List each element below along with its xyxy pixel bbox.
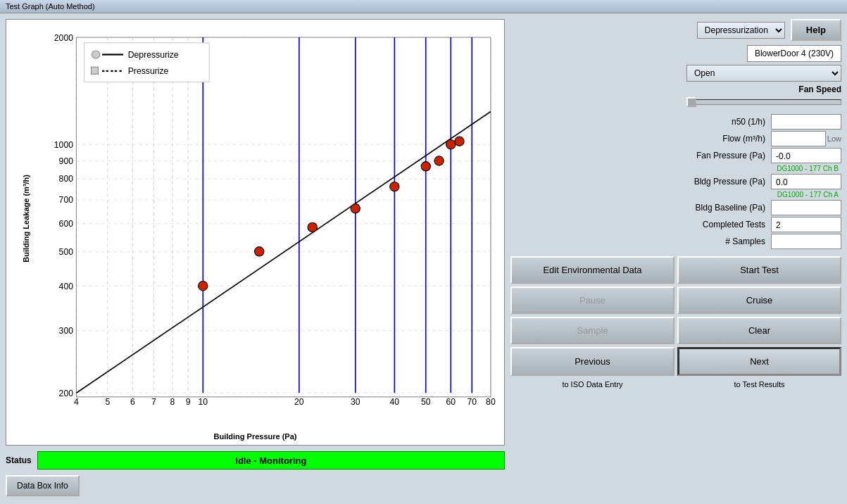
svg-text:4: 4 [74,397,79,407]
svg-point-28 [255,247,264,256]
svg-point-61 [92,51,100,58]
svg-text:80: 80 [486,397,496,407]
svg-point-34 [446,140,456,149]
svg-point-33 [434,156,444,165]
svg-text:Pressurize: Pressurize [128,66,169,76]
svg-text:10: 10 [199,397,208,407]
svg-rect-0 [76,37,490,397]
sample-button[interactable]: Sample [510,317,675,344]
fan-pressure-label: Fan Pressure (Pa) [510,151,768,160]
svg-point-35 [455,137,464,146]
svg-text:600: 600 [59,219,74,229]
svg-text:7: 7 [151,397,156,407]
bldg-pressure-value: 0.0 [771,174,841,189]
svg-text:30: 30 [351,397,360,407]
fan-pressure-value: -0.0 [771,148,841,163]
chart-area: Building Leakage (m³/h) [6,19,505,446]
left-panel: Building Leakage (m³/h) [6,19,505,496]
mode-dropdown[interactable]: Depressurization Pressurization Both [697,22,785,39]
cruise-button[interactable]: Cruise [677,286,841,314]
completed-tests-value: 2 [771,217,841,232]
fan-speed-slider[interactable] [686,97,841,107]
open-select-row: Open Closed [510,65,841,82]
flow-value [771,131,826,146]
svg-text:900: 900 [59,156,74,166]
pause-button[interactable]: Pause [510,286,675,314]
bldg-baseline-value [771,200,841,215]
previous-button[interactable]: Previous [510,347,675,376]
clear-button[interactable]: Clear [677,317,841,344]
svg-text:9: 9 [186,397,191,407]
bldg-pressure-sub: DG1000 - 177 Ch A [510,191,841,199]
svg-rect-64 [92,67,99,74]
flow-status: Low [827,134,841,143]
svg-text:200: 200 [59,389,74,398]
svg-text:40: 40 [390,397,400,407]
svg-point-27 [199,281,208,290]
svg-point-32 [421,162,430,171]
samples-label: # Samples [510,237,768,246]
svg-text:70: 70 [467,397,477,407]
fan-pressure-sub: DG1000 - 177 Ch B [510,165,841,172]
svg-text:8: 8 [170,397,175,407]
samples-value [771,234,841,249]
svg-text:50: 50 [421,397,431,407]
right-panel: Depressurization Pressurization Both Hel… [510,19,841,496]
buttons-grid: Edit Environmental Data Start Test Pause… [510,256,841,376]
open-dropdown[interactable]: Open Closed [686,65,841,82]
top-row: Depressurization Pressurization Both Hel… [510,19,841,41]
top-controls: Depressurization Pressurization Both Hel… [510,19,841,107]
svg-text:500: 500 [59,247,74,257]
start-test-button[interactable]: Start Test [677,256,841,284]
svg-point-30 [351,204,360,213]
status-row: Status Idle - Monitoring [6,450,505,471]
edit-env-data-button[interactable]: Edit Environmental Data [510,256,675,284]
svg-text:400: 400 [59,282,74,291]
svg-text:700: 700 [59,195,74,205]
fan-speed-row: Fan Speed [510,84,841,107]
chart-svg: 2000 1000 900 800 700 600 500 400 300 20… [45,25,498,417]
x-axis-label: Building Pressure (Pa) [214,432,297,441]
svg-text:20: 20 [294,397,304,407]
svg-text:800: 800 [59,174,74,184]
next-button[interactable]: Next [677,347,841,376]
svg-text:6: 6 [130,397,135,407]
blowerdoor-label: BlowerDoor 4 (230V) [747,45,841,62]
bottom-left: Data Box Info [6,475,505,496]
svg-point-29 [308,222,317,232]
y-axis-label: Building Leakage (m³/h) [8,20,44,417]
previous-nav-label: to ISO Data Entry [510,380,675,389]
n50-value [771,114,841,130]
bldg-baseline-label: Bldg Baseline (Pa) [510,203,768,213]
bldg-pressure-label: Bldg Pressure (Pa) [510,177,768,187]
flow-row: Low [771,131,841,146]
fan-speed-label: Fan Speed [798,84,841,94]
completed-tests-label: Completed Tests [510,220,768,229]
status-label: Status [6,455,32,465]
title-bar: Test Graph (Auto Method) [0,0,847,13]
svg-point-31 [390,182,399,191]
svg-text:60: 60 [446,397,456,407]
n50-label: n50 (1/h) [510,117,768,127]
svg-text:1000: 1000 [54,140,73,150]
svg-text:300: 300 [59,326,74,336]
svg-text:5: 5 [105,397,110,407]
nav-labels: to ISO Data Entry to Test Results [510,380,841,389]
flow-label: Flow (m³/h) [510,134,768,144]
data-fields: n50 (1/h) Flow (m³/h) Low Fan Pressure (… [510,114,841,249]
next-nav-label: to Test Results [677,380,841,389]
status-value: Idle - Monitoring [37,451,505,470]
svg-text:Depressurize: Depressurize [128,50,179,60]
title-text: Test Graph (Auto Method) [6,2,95,11]
data-box-button[interactable]: Data Box Info [6,475,80,496]
help-button[interactable]: Help [791,19,841,41]
svg-text:2000: 2000 [54,33,73,43]
